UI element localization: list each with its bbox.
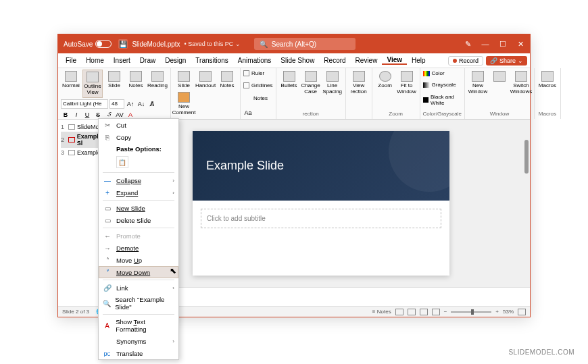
arrange-button[interactable] — [489, 70, 510, 97]
normal-view-button[interactable]: Normal — [61, 70, 81, 98]
notes-checkbox[interactable]: Notes — [243, 95, 273, 101]
notes-button[interactable]: ≡ Notes — [372, 309, 391, 315]
tab-transitions[interactable]: Transitions — [191, 57, 233, 64]
record-button[interactable]: Record — [448, 56, 483, 66]
bullets-icon — [283, 71, 295, 82]
tab-file[interactable]: File — [61, 57, 81, 64]
ctx-show-formatting[interactable]: AShow Text Formatting — [99, 316, 178, 335]
ctx-translate[interactable]: ㍶Translate — [99, 347, 178, 359]
fit-icon[interactable] — [518, 309, 526, 315]
ctx-search[interactable]: 🔍Search "Example Slide" — [99, 294, 178, 313]
new-comment-button[interactable]: New Comment — [174, 90, 194, 118]
slide-title-area[interactable]: Example Slide — [193, 131, 449, 201]
clear-format-button[interactable]: A̸ — [147, 99, 157, 109]
filename: SlideModel.pptx — [132, 41, 180, 48]
slide[interactable]: Example Slide Click to add subtitle — [193, 131, 449, 276]
ctx-link[interactable]: 🔗Link› — [99, 282, 178, 294]
ctx-delete-slide[interactable]: ▭Delete Slide — [99, 214, 178, 226]
close-button[interactable]: ✕ — [516, 40, 524, 48]
ctx-collapse[interactable]: —Collapse› — [99, 174, 178, 186]
maximize-button[interactable]: ☐ — [499, 40, 507, 48]
tab-home[interactable]: Home — [81, 57, 109, 64]
macros-button[interactable]: Macros — [537, 70, 558, 90]
view-direction-button[interactable]: Viewrection — [349, 70, 369, 97]
reading-view-icon[interactable] — [420, 309, 428, 315]
notes-view-button[interactable]: Notes — [126, 70, 146, 98]
gridlines-checkbox[interactable]: Gridlines — [243, 82, 273, 88]
ctx-new-slide[interactable]: ▭New Slide — [99, 202, 178, 214]
underline-button[interactable]: U — [82, 110, 92, 120]
slide-master-button[interactable]: Slide — [174, 70, 194, 90]
zoom-level[interactable]: 53% — [503, 309, 514, 315]
new-window-button[interactable]: New Window — [468, 70, 488, 97]
notes-master-button[interactable]: Notes — [217, 70, 237, 90]
zoom-in-button[interactable]: + — [495, 309, 499, 315]
autosave-toggle[interactable]: AutoSave — [64, 40, 112, 48]
zoom-icon — [379, 71, 391, 82]
ctx-promote[interactable]: ←Promote — [99, 230, 178, 242]
separator — [103, 314, 174, 315]
tab-animations[interactable]: Animations — [233, 57, 276, 64]
search-input[interactable]: 🔍 Search (Alt+Q) — [254, 38, 356, 50]
search-icon: 🔍 — [103, 299, 111, 307]
ctx-move-up[interactable]: ˄Move Up — [99, 254, 178, 266]
font-name-select[interactable] — [61, 99, 108, 109]
toggle-icon[interactable] — [95, 40, 112, 48]
bw-icon — [423, 97, 428, 103]
subtitle-placeholder[interactable]: Click to add subtitle — [201, 209, 441, 228]
tab-record[interactable]: Record — [319, 57, 350, 64]
zoom-group-label: Zoom — [375, 111, 417, 118]
slideshow-view-icon[interactable] — [432, 309, 440, 315]
ctx-expand[interactable]: +Expand› — [99, 186, 178, 199]
color-button[interactable]: Color — [423, 70, 462, 76]
switch-windows-button[interactable]: Switch Windows — [511, 70, 531, 97]
tab-view[interactable]: View — [382, 56, 407, 65]
scrollbar-thumb[interactable] — [524, 140, 529, 174]
slidemaster-icon — [178, 71, 190, 82]
blackwhite-button[interactable]: Black and White — [423, 94, 462, 106]
save-status: • Saved to this PC ⌄ — [185, 41, 241, 47]
font-size-select[interactable] — [109, 99, 124, 109]
zoom-slider[interactable] — [451, 311, 491, 313]
change-case-button[interactable]: Change Case — [301, 70, 321, 97]
ruler-checkbox[interactable]: Ruler — [243, 70, 273, 76]
sorter-view-icon[interactable] — [408, 309, 416, 315]
zoom-button[interactable]: Zoom — [375, 70, 395, 97]
slide-sorter-button[interactable]: Slide — [104, 70, 124, 98]
tab-insert[interactable]: Insert — [109, 57, 135, 64]
paste-keep-text-icon[interactable]: 📋 — [116, 156, 128, 168]
bullets-button[interactable]: Bullets — [279, 70, 299, 97]
normal-view-icon[interactable] — [395, 309, 403, 315]
color-icon — [423, 71, 430, 76]
save-icon[interactable]: 💾 — [118, 39, 128, 49]
handout-master-button[interactable]: Handout — [195, 70, 216, 90]
minimize-button[interactable]: — — [481, 40, 489, 48]
ctx-demote[interactable]: →Demote — [99, 242, 178, 254]
increase-font-button[interactable]: A↑ — [126, 99, 135, 109]
grayscale-button[interactable]: Grayscale — [423, 82, 462, 88]
draw-icon[interactable]: ✎ — [464, 40, 472, 48]
decrease-font-button[interactable]: A↓ — [137, 99, 146, 109]
ribbon-tabs: File Home Insert Draw Design Transitions… — [58, 53, 530, 68]
ctx-move-down[interactable]: ˅Move Down — [99, 266, 178, 278]
case-button[interactable]: Aa — [243, 108, 253, 118]
tab-help[interactable]: Help — [407, 57, 431, 64]
line-spacing-button[interactable]: Line Spacing — [322, 70, 343, 97]
zoom-out-button[interactable]: − — [444, 309, 447, 315]
ctx-copy[interactable]: ⎘Copy — [99, 131, 178, 143]
tab-slideshow[interactable]: Slide Show — [276, 57, 319, 64]
slide-count[interactable]: Slide 2 of 3 — [62, 309, 89, 315]
reading-view-button[interactable]: Reading — [147, 70, 168, 98]
ctx-synonyms[interactable]: Synonyms› — [99, 335, 178, 347]
macros-icon — [541, 71, 554, 82]
tab-design[interactable]: Design — [160, 57, 191, 64]
tab-review[interactable]: Review — [351, 57, 383, 64]
outline-view-button[interactable]: Outline View — [82, 70, 103, 98]
tab-draw[interactable]: Draw — [135, 57, 160, 64]
italic-button[interactable]: I — [72, 110, 81, 120]
slide-title[interactable]: Example Slide — [206, 159, 284, 173]
ctx-cut[interactable]: ✂Cut — [99, 119, 178, 131]
bold-button[interactable]: B — [61, 110, 70, 120]
share-button[interactable]: 🔗 Share ⌄ — [486, 56, 527, 66]
fit-window-button[interactable]: Fit to Window — [397, 70, 417, 97]
